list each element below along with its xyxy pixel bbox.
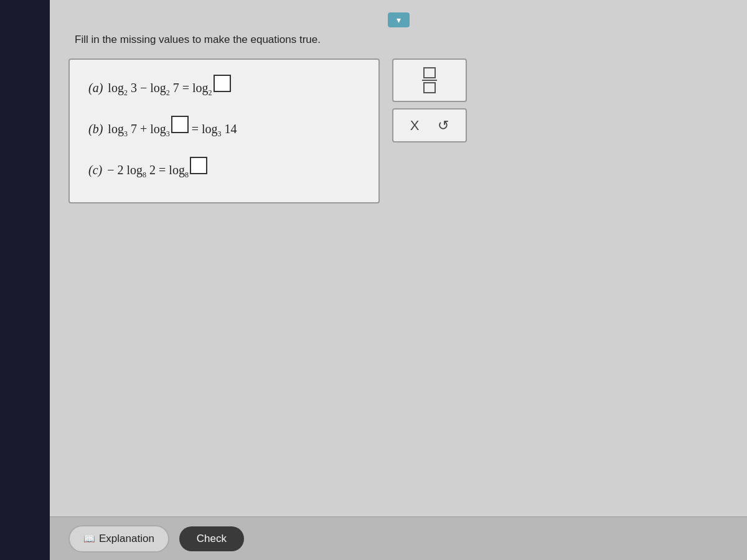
check-button[interactable]: Check xyxy=(179,526,244,551)
chevron-icon: ▾ xyxy=(397,15,401,25)
equation-c: (c) − 2 log8 2 = log8 xyxy=(88,157,360,180)
main-content: ▾ Fill in the missing values to make the… xyxy=(50,0,747,560)
eq-c-content: − 2 log8 2 = log8 xyxy=(107,161,189,180)
action-buttons: X ↺ xyxy=(392,108,467,142)
fraction-display xyxy=(392,58,467,102)
fraction-top-box xyxy=(423,67,436,78)
fraction-divider xyxy=(422,80,437,81)
eq-b-label: (b) xyxy=(88,120,103,138)
fraction-symbol xyxy=(422,67,437,93)
equation-b: (b) log3 7 + log3 = log3 14 xyxy=(88,116,360,139)
equation-a: (a) log2 3 − log2 7 = log2 xyxy=(88,75,360,98)
explanation-label: Explanation xyxy=(99,533,154,545)
x-button[interactable]: X xyxy=(410,118,420,134)
top-bar: ▾ xyxy=(68,12,728,27)
eq-a-label: (a) xyxy=(88,79,103,96)
equations-box: (a) log2 3 − log2 7 = log2 (b) log3 7 + … xyxy=(68,58,380,203)
book-icon: 📖 xyxy=(83,533,95,544)
explanation-button[interactable]: 📖 Explanation xyxy=(68,525,169,553)
eq-b-content: log3 7 + log3 xyxy=(108,120,169,139)
eq-c-label: (c) xyxy=(88,161,102,179)
eq-b-content2: = log3 14 xyxy=(189,120,237,139)
undo-button[interactable]: ↺ xyxy=(438,118,449,134)
right-panel: X ↺ xyxy=(392,58,467,142)
eq-a-content: log2 3 − log2 7 = log2 xyxy=(108,79,212,98)
chevron-button[interactable]: ▾ xyxy=(388,12,410,27)
fraction-bottom-box xyxy=(423,82,436,93)
eq-b-answer-box[interactable] xyxy=(171,116,189,133)
content-row: (a) log2 3 − log2 7 = log2 (b) log3 7 + … xyxy=(68,58,728,203)
eq-a-answer-box[interactable] xyxy=(214,75,231,92)
sidebar xyxy=(0,0,50,560)
instruction-text: Fill in the missing values to make the e… xyxy=(75,34,728,46)
eq-c-answer-box[interactable] xyxy=(190,157,207,174)
bottom-bar: 📖 Explanation Check xyxy=(50,516,747,560)
